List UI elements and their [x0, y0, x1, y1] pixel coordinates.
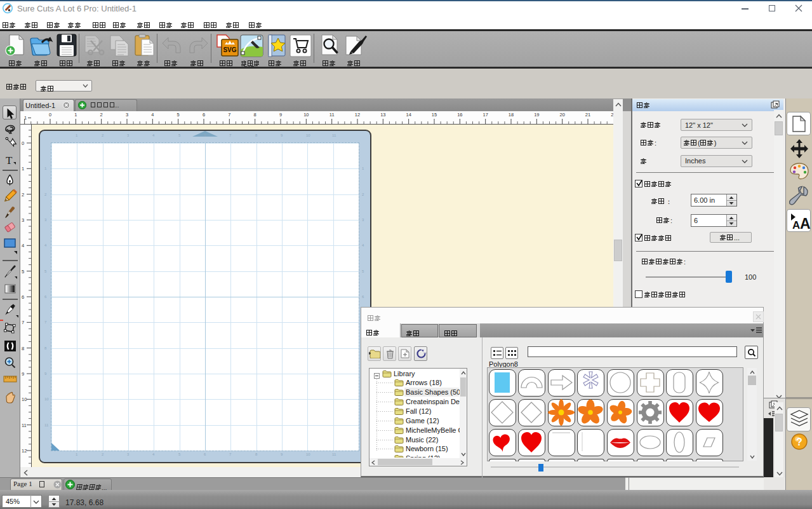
svg-text:SVG: SVG [223, 46, 236, 53]
svg-text:?: ? [796, 437, 802, 447]
svg-text:A: A [800, 215, 811, 231]
svg-text:T: T [6, 154, 13, 166]
svg-text:A: A [792, 219, 800, 231]
